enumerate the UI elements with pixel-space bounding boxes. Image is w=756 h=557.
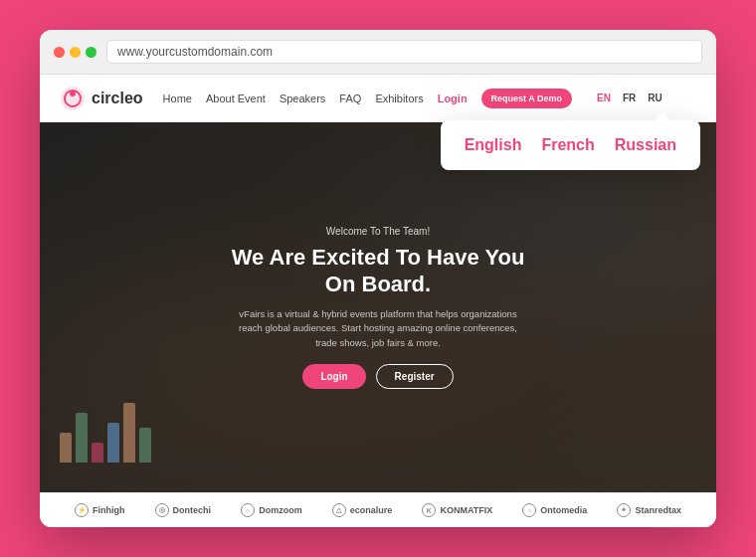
nav-home[interactable]: Home [163,93,192,104]
browser-window: www.yourcustomdomain.com circleo Home Ab… [40,30,716,527]
konmatfix-label: KONMATFIX [440,505,492,515]
minimize-button[interactable] [70,47,81,58]
lang-dropdown: English French Russian [441,120,700,170]
hero-subtitle: Welcome To The Team! [229,226,527,237]
lang-fr-button[interactable]: FR [620,91,639,105]
finhigh-label: Finhigh [93,505,125,515]
lang-buttons: EN FR RU [594,91,665,105]
maximize-button[interactable] [86,47,96,58]
chart-decoration [60,403,151,463]
nav-about[interactable]: About Event [206,93,266,104]
svg-point-2 [70,91,76,96]
partner-dontechi: ◎ Dontechi [155,503,212,517]
chart-bar-6 [139,428,151,463]
hero-title: We Are Excited To Have You On Board. [229,245,527,297]
partner-konmatfix: K KONMATFIX [422,503,492,517]
stanredtax-label: Stanredtax [635,505,681,515]
address-bar[interactable]: www.yourcustomdomain.com [106,40,702,64]
econalure-label: econalure [350,505,393,515]
nav-login[interactable]: Login [438,93,468,104]
partner-finhigh: ⚡ Finhigh [75,503,125,517]
dontechi-icon: ◎ [155,503,169,517]
chart-bar-4 [107,423,119,463]
nav-links: Home About Event Speakers FAQ Exhibitors… [163,89,696,108]
konmatfix-icon: K [422,503,436,517]
ontomedia-icon: ○ [522,503,536,517]
hero-login-button[interactable]: Login [302,364,365,389]
browser-chrome: www.yourcustomdomain.com [40,30,716,75]
logo-area: circleo [60,86,143,111]
chart-bar-5 [123,403,135,463]
hero-register-button[interactable]: Register [376,364,454,389]
partner-ontomedia: ○ Ontomedia [522,503,587,517]
navbar: circleo Home About Event Speakers FAQ Ex… [40,75,716,122]
close-button[interactable] [54,47,65,58]
ontomedia-label: Ontomedia [540,505,587,515]
domzoom-label: Domzoom [259,505,302,515]
logo-icon [60,86,86,111]
stanredtax-icon: ✦ [617,503,631,517]
hero-description: vFairs is a virtual & hybrid events plat… [229,307,527,350]
lang-option-english[interactable]: English [465,136,522,154]
dropdown-arrow [655,112,670,120]
lang-option-russian[interactable]: Russian [615,136,676,154]
domzoom-icon: ○ [241,503,255,517]
lang-ru-button[interactable]: RU [645,91,664,105]
traffic-lights [54,47,96,58]
hero-buttons: Login Register [229,364,527,389]
hero-section: Welcome To The Team! We Are Excited To H… [40,122,716,492]
finhigh-icon: ⚡ [75,503,89,517]
chart-bar-2 [76,413,88,463]
partner-econalure: △ econalure [332,503,393,517]
partner-domzoom: ○ Domzoom [241,503,302,517]
lang-option-french[interactable]: French [541,136,594,154]
econalure-icon: △ [332,503,346,517]
chart-bar-1 [60,433,72,463]
partner-stanredtax: ✦ Stanredtax [617,503,681,517]
dontechi-label: Dontechi [173,505,212,515]
nav-exhibitors[interactable]: Exhibitors [375,93,423,104]
logo-text: circleo [92,90,143,107]
partners-bar: ⚡ Finhigh ◎ Dontechi ○ Domzoom △ econalu… [40,492,716,527]
nav-speakers[interactable]: Speakers [280,93,325,104]
hero-content: Welcome To The Team! We Are Excited To H… [209,206,547,409]
chart-bar-3 [92,443,103,463]
request-demo-button[interactable]: Request A Demo [481,89,572,108]
website-content: circleo Home About Event Speakers FAQ Ex… [40,75,716,527]
nav-faq[interactable]: FAQ [339,93,361,104]
lang-en-button[interactable]: EN [594,91,614,105]
